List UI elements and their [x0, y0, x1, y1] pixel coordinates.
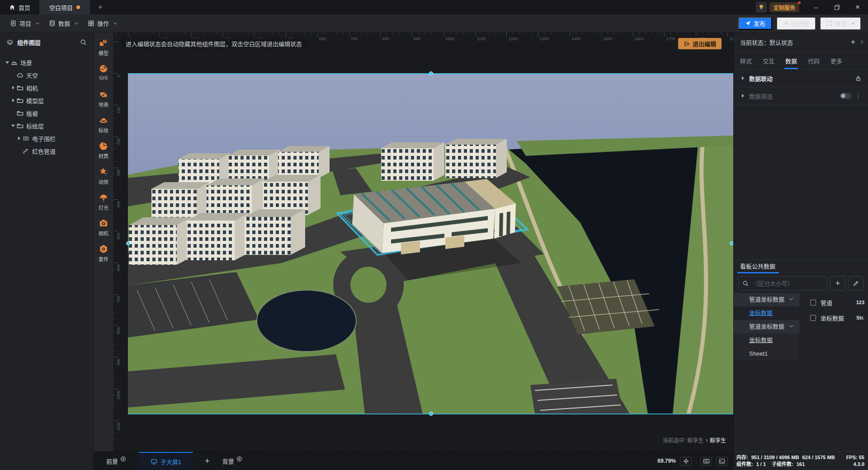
- gis-icon: [99, 64, 108, 74]
- data-source-group[interactable]: 管道坐标数据: [734, 320, 800, 334]
- add-screen-button[interactable]: +: [205, 452, 210, 470]
- tool-light[interactable]: 灯光: [94, 193, 113, 218]
- edit-data-button[interactable]: [848, 276, 863, 291]
- selection-handle-right[interactable]: [730, 241, 733, 245]
- data-source-group[interactable]: 管道坐标数据: [734, 293, 800, 306]
- tree-item-scene[interactable]: 场景: [0, 56, 93, 69]
- tab-interaction[interactable]: 交互: [763, 52, 774, 69]
- data-filter-toggle[interactable]: [840, 93, 852, 99]
- data-filter-section[interactable]: 数据筛选 ⋮: [734, 87, 868, 104]
- caret-right-icon[interactable]: [10, 99, 16, 102]
- minimize-glyph: –: [814, 4, 818, 11]
- caret-right-icon[interactable]: [16, 136, 22, 140]
- data-source-label: 坐标数据: [749, 310, 773, 316]
- more-options-icon[interactable]: ⋮: [855, 93, 862, 99]
- tab-more[interactable]: 更多: [830, 52, 842, 69]
- tree-item-plot-layer[interactable]: 标绘层: [0, 119, 93, 132]
- board-search-input[interactable]: [739, 280, 827, 287]
- close-button[interactable]: ×: [847, 0, 868, 14]
- board-search-box[interactable]: [738, 276, 827, 291]
- tab-code[interactable]: 代码: [808, 52, 820, 69]
- tree-item-label: 红色管道: [32, 147, 56, 155]
- add-data-button[interactable]: +: [830, 276, 845, 291]
- minimize-button[interactable]: –: [806, 0, 826, 14]
- data-source-item[interactable]: Sheet1: [734, 347, 800, 361]
- circle-plus-icon[interactable]: [120, 456, 126, 462]
- data-link-section[interactable]: 数据联动: [734, 69, 868, 87]
- tool-model[interactable]: 模型: [94, 38, 113, 64]
- tool-camera[interactable]: 相机: [94, 218, 113, 244]
- scene-3d-view[interactable]: [128, 73, 733, 414]
- cloud-host-button[interactable]: 云托管: [777, 17, 816, 30]
- data-field-row[interactable]: 坐标数据 Str.: [800, 310, 868, 325]
- tool-material[interactable]: 材质: [94, 141, 113, 167]
- data-source-label: 管道坐标数据: [749, 296, 784, 303]
- lock-icon[interactable]: [855, 75, 862, 82]
- tree-item-model-layer[interactable]: 模型层: [0, 94, 93, 107]
- add-state-button[interactable]: +: [846, 38, 860, 47]
- tool-label: 动效: [99, 178, 108, 185]
- custom-service-badge[interactable]: 定制服务: [769, 2, 799, 12]
- circle-plus-icon[interactable]: [236, 456, 242, 462]
- tree-item-sky[interactable]: 天空: [0, 69, 93, 81]
- menu-operation[interactable]: 操作: [88, 19, 117, 28]
- project-tab[interactable]: 空白项目: [39, 0, 90, 14]
- tool-effect[interactable]: 动效: [94, 167, 113, 193]
- tree-item-camera-folder[interactable]: 相机: [0, 81, 93, 94]
- field-type-badge: 123: [856, 300, 864, 305]
- current-state-value[interactable]: 默认状态: [769, 38, 793, 47]
- subcomponents-label: 子组件数:: [772, 461, 793, 468]
- checkbox[interactable]: [810, 300, 816, 306]
- menu-project[interactable]: 项目: [10, 19, 39, 28]
- gem-icon[interactable]: [756, 2, 767, 13]
- new-tab-button[interactable]: +: [90, 0, 111, 14]
- restore-button[interactable]: [826, 0, 847, 14]
- data-source-item-selected[interactable]: 坐标数据: [734, 306, 800, 320]
- background-tab[interactable]: 背景: [222, 452, 242, 470]
- tool-kit[interactable]: 套件: [94, 244, 113, 270]
- tool-label: 套件: [99, 255, 108, 263]
- caret-down-icon[interactable]: [10, 125, 16, 127]
- sub-screen-tab[interactable]: 子大屏1: [139, 452, 193, 470]
- caret-right-icon[interactable]: [740, 76, 745, 80]
- fit-screen-button[interactable]: [680, 457, 692, 465]
- keyboard-shortcuts-button[interactable]: [700, 457, 712, 465]
- tab-data[interactable]: 数据: [785, 52, 797, 69]
- layers-search-icon[interactable]: [80, 39, 87, 46]
- tab-style[interactable]: 样式: [740, 52, 752, 69]
- selection-handle-bottom[interactable]: [429, 412, 433, 416]
- checkbox[interactable]: [810, 315, 816, 321]
- selection-handle-left[interactable]: [126, 241, 130, 245]
- caret-right-icon[interactable]: [10, 86, 16, 89]
- tree-item-red-pipeline[interactable]: 红色管道: [0, 145, 93, 157]
- menu-data-label: 数据: [58, 19, 70, 28]
- layers-panel-header: 组件图层: [0, 33, 93, 52]
- chevron-right-icon[interactable]: [859, 40, 863, 44]
- selection-handle-top[interactable]: [429, 71, 433, 75]
- tree-item-electronic-fence[interactable]: 电子围栏: [0, 132, 93, 145]
- tool-plot[interactable]: 标绘: [94, 115, 113, 141]
- caret-right-icon[interactable]: [740, 94, 745, 98]
- caret-down-icon[interactable]: [5, 61, 10, 64]
- foreground-tab[interactable]: 前景: [106, 452, 126, 470]
- board-data-tab[interactable]: 看板公共数据: [734, 259, 868, 274]
- zoom-level[interactable]: 69.79%: [657, 458, 676, 464]
- tool-gis[interactable]: GIS: [94, 64, 113, 89]
- menu-data[interactable]: 数据: [49, 19, 78, 28]
- ruler-v: 010020030040050060070080090010001100: [114, 33, 127, 451]
- exit-edit-button[interactable]: 退出编辑: [678, 38, 722, 49]
- background-label: 背景: [222, 457, 234, 465]
- screen-icon: [151, 458, 157, 465]
- data-fields-list: 管道 123 坐标数据 Str.: [800, 293, 868, 451]
- folder-icon: [17, 110, 24, 117]
- tool-terrain[interactable]: 地表: [94, 89, 113, 115]
- console-button[interactable]: [716, 457, 728, 465]
- chevron-down-icon: [851, 21, 855, 24]
- canvas[interactable]: 0100200300400500600700800900100011001200…: [114, 33, 733, 451]
- data-field-row[interactable]: 管道 123: [800, 295, 868, 310]
- publish-button[interactable]: 发布: [738, 17, 772, 30]
- data-source-item[interactable]: 坐标数据: [734, 334, 800, 347]
- tree-item-vegetation[interactable]: 植被: [0, 107, 93, 119]
- preview-button[interactable]: 预览: [820, 17, 861, 30]
- home-tab[interactable]: 首页: [0, 0, 39, 14]
